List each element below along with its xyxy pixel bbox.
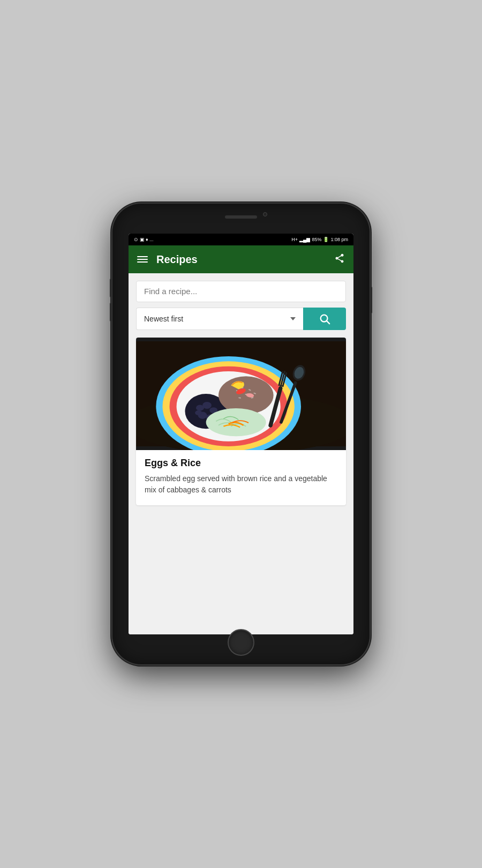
hamburger-menu-button[interactable]: [137, 256, 148, 263]
sort-label: Newest first: [144, 315, 183, 323]
home-button[interactable]: [228, 629, 254, 656]
volume-down-button[interactable]: [110, 303, 112, 321]
volume-up-button[interactable]: [110, 279, 112, 297]
battery-percent: 85%: [312, 237, 321, 242]
svg-point-14: [195, 410, 202, 415]
svg-point-10: [202, 402, 212, 409]
phone-screen: ⊙ ▣ ♦ ... H+ ▂▄▆ 85% 🔋 1:08 pm Recipes: [129, 234, 353, 634]
battery-icon: 🔋: [323, 237, 329, 242]
recipe-image: [136, 338, 346, 450]
app-bar: Recipes: [129, 245, 353, 273]
hamburger-line-3: [137, 261, 148, 263]
main-content: Newest first: [129, 273, 353, 634]
recipe-info: Eggs & Rice Scrambled egg served with br…: [136, 450, 346, 505]
chevron-down-icon: [290, 317, 296, 320]
recipe-title: Eggs & Rice: [145, 458, 337, 469]
signal-bars: ▂▄▆: [299, 237, 310, 242]
sort-dropdown[interactable]: Newest first: [136, 308, 303, 330]
signal-indicator: H+: [291, 237, 298, 242]
search-icon: [319, 313, 330, 325]
recipe-card[interactable]: Eggs & Rice Scrambled egg served with br…: [136, 338, 346, 505]
controls-row: Newest first: [136, 308, 346, 330]
food-illustration: [136, 338, 346, 450]
power-button[interactable]: [370, 287, 372, 313]
clock: 1:08 pm: [330, 237, 348, 242]
svg-line-1: [327, 321, 329, 324]
hamburger-line-2: [137, 259, 148, 260]
status-bar: ⊙ ▣ ♦ ... H+ ▂▄▆ 85% 🔋 1:08 pm: [129, 234, 353, 245]
phone-frame: ⊙ ▣ ♦ ... H+ ▂▄▆ 85% 🔋 1:08 pm Recipes: [112, 204, 370, 664]
search-button[interactable]: [303, 308, 346, 330]
notification-icons: ⊙ ▣ ♦ ...: [134, 237, 154, 242]
recipe-description: Scrambled egg served with brown rice and…: [145, 473, 337, 496]
phone-camera: [263, 212, 267, 216]
app-title: Recipes: [156, 253, 334, 266]
status-right-info: H+ ▂▄▆ 85% 🔋 1:08 pm: [291, 237, 348, 242]
search-input[interactable]: [144, 287, 338, 296]
svg-point-15: [219, 376, 274, 414]
phone-speaker: [225, 215, 257, 219]
search-input-wrapper: [136, 281, 346, 302]
status-left-icons: ⊙ ▣ ♦ ...: [134, 237, 154, 242]
hamburger-line-1: [137, 256, 148, 257]
share-button[interactable]: [334, 253, 345, 266]
share-icon: [334, 253, 345, 264]
